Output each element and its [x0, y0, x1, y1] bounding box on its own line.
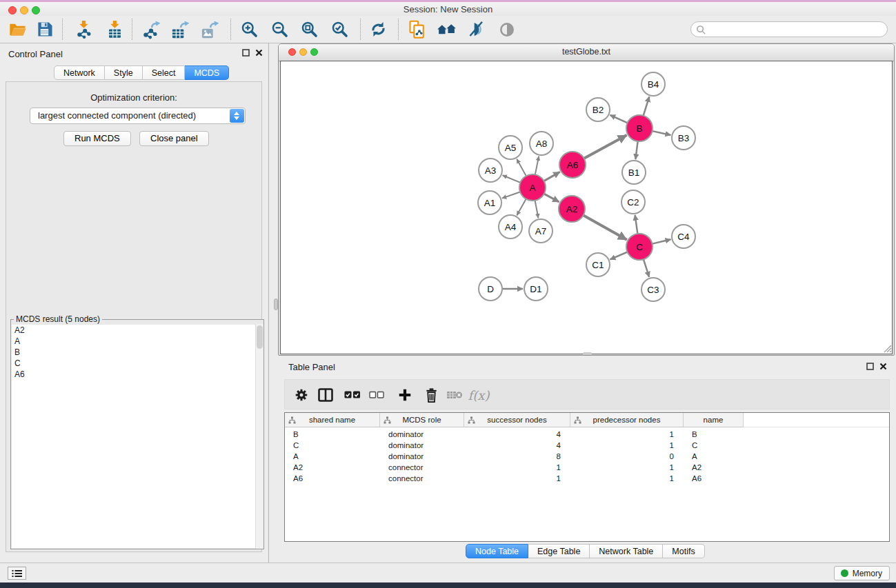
export-table-button[interactable]	[168, 17, 192, 41]
zoom-out-button[interactable]	[267, 17, 292, 41]
column-header-mcds-role[interactable]: MCDS role	[380, 413, 464, 427]
network-canvas[interactable]: B4B2BB3A8A5A6A3B1AA1C2A2A4A7C4CC1C3DD1	[280, 61, 893, 354]
close-panel-icon[interactable]	[879, 363, 887, 370]
edge-C-C3[interactable]	[643, 258, 649, 277]
refresh-layout-button[interactable]	[366, 17, 390, 41]
node-A5[interactable]: A5	[499, 136, 522, 159]
edge-B-B3[interactable]	[651, 131, 671, 135]
tab-select[interactable]: Select	[143, 65, 186, 80]
run-mcds-button[interactable]: Run MCDS	[63, 131, 131, 146]
node-D1[interactable]: D1	[524, 277, 548, 301]
mcds-result-item[interactable]: A2	[12, 325, 263, 336]
node-A6[interactable]: A6	[559, 152, 586, 178]
network-vertical-scrollbar[interactable]	[274, 298, 278, 310]
tab-network[interactable]: Network	[54, 65, 105, 80]
table-row[interactable]: A6connector11A6	[285, 473, 889, 484]
deselect-all-columns-button[interactable]	[366, 385, 387, 405]
table-row[interactable]: A2connector11A2	[285, 462, 889, 473]
edge-C-C4[interactable]	[651, 239, 671, 244]
split-view-button[interactable]	[315, 385, 336, 405]
mcds-result-item[interactable]: A	[12, 336, 263, 347]
tab-motifs[interactable]: Motifs	[663, 544, 704, 558]
node-C1[interactable]: C1	[586, 253, 610, 276]
node-A3[interactable]: A3	[479, 159, 502, 182]
edge-A-A1[interactable]	[502, 192, 521, 199]
home-layout-button[interactable]	[434, 17, 459, 41]
memory-button[interactable]: Memory	[834, 566, 890, 580]
node-B[interactable]: B	[626, 115, 653, 141]
open-session-button[interactable]	[6, 17, 30, 41]
function-builder-button[interactable]: f(x)	[468, 385, 489, 405]
zoom-in-button[interactable]	[237, 17, 261, 41]
birds-eye-button[interactable]	[495, 17, 519, 41]
tab-mcds[interactable]: MCDS	[185, 65, 229, 80]
node-A2[interactable]: A2	[559, 196, 585, 222]
table-row[interactable]: Adominator80A	[285, 451, 889, 462]
node-B4[interactable]: B4	[641, 72, 665, 96]
node-C2[interactable]: C2	[621, 190, 645, 214]
column-header-successor-nodes[interactable]: successor nodes	[464, 413, 570, 427]
edge-C-C2[interactable]	[635, 215, 638, 235]
edge-A-A7[interactable]	[535, 199, 538, 219]
tab-edge-table[interactable]: Edge Table	[528, 544, 590, 558]
export-image-button[interactable]	[197, 17, 222, 41]
edge-B-B1[interactable]	[635, 140, 638, 159]
node-A1[interactable]: A1	[478, 191, 501, 214]
edge-B-B2[interactable]	[610, 115, 628, 123]
node-C4[interactable]: C4	[672, 225, 695, 248]
add-column-button[interactable]	[395, 385, 415, 405]
edge-A-A4[interactable]	[517, 198, 526, 216]
select-all-columns-button[interactable]	[342, 385, 363, 405]
gear-button[interactable]	[291, 385, 312, 405]
export-network-button[interactable]	[139, 17, 163, 41]
node-A4[interactable]: A4	[499, 215, 522, 239]
network-window-titlebar[interactable]: testGlobe.txt	[279, 44, 894, 61]
edge-A-A6[interactable]	[543, 172, 560, 181]
tab-style[interactable]: Style	[105, 65, 143, 80]
delete-button[interactable]	[421, 385, 441, 405]
node-C3[interactable]: C3	[641, 278, 665, 301]
criterion-dropdown[interactable]: largest connected component (directed)	[30, 108, 246, 124]
edge-A2-C[interactable]	[582, 214, 627, 239]
node-B1[interactable]: B1	[622, 161, 646, 184]
node-A7[interactable]: A7	[529, 219, 552, 243]
tab-network-table[interactable]: Network Table	[590, 544, 663, 558]
result-scrollbar[interactable]	[255, 324, 263, 549]
edge-B-B4[interactable]	[643, 97, 649, 117]
edge-A6-B[interactable]	[583, 135, 627, 159]
save-session-button[interactable]	[32, 17, 57, 41]
zoom-fit-button[interactable]	[297, 17, 321, 41]
node-B3[interactable]: B3	[672, 126, 695, 150]
column-header-predecessor-nodes[interactable]: predecessor nodes	[570, 413, 684, 427]
delete-table-button[interactable]	[444, 385, 465, 405]
zoom-selected-button[interactable]	[327, 17, 352, 41]
edge-A-A2[interactable]	[543, 193, 559, 202]
edge-A-A5[interactable]	[517, 159, 527, 177]
mcds-result-item[interactable]: A6	[12, 369, 263, 380]
resize-grip-icon[interactable]	[882, 343, 892, 353]
float-panel-icon[interactable]	[242, 49, 250, 57]
mcds-result-item[interactable]: B	[12, 347, 263, 358]
network-horizontal-scrollbar[interactable]	[583, 352, 592, 355]
node-A8[interactable]: A8	[530, 132, 553, 155]
import-network-button[interactable]	[71, 17, 96, 41]
edge-A-A3[interactable]	[503, 175, 522, 183]
hide-details-button[interactable]	[464, 17, 488, 41]
table-row[interactable]: Bdominator41B	[285, 429, 889, 440]
node-A[interactable]: A	[519, 174, 546, 201]
node-B2[interactable]: B2	[586, 98, 610, 121]
float-panel-icon[interactable]	[866, 363, 874, 370]
import-table-button[interactable]	[102, 17, 127, 41]
column-header-name[interactable]: name	[684, 413, 744, 427]
close-panel-icon[interactable]	[255, 49, 263, 57]
tab-node-table[interactable]: Node Table	[466, 544, 528, 558]
task-history-button[interactable]	[8, 567, 26, 580]
column-header-shared-name[interactable]: shared name	[285, 413, 380, 427]
search-input[interactable]	[709, 23, 884, 37]
edge-C-C1[interactable]	[610, 252, 628, 260]
node-D[interactable]: D	[479, 277, 502, 301]
close-panel-button[interactable]: Close panel	[139, 131, 209, 146]
table-row[interactable]: Cdominator41C	[285, 440, 889, 451]
copy-style-button[interactable]	[405, 17, 430, 41]
edge-A-A8[interactable]	[535, 156, 539, 176]
